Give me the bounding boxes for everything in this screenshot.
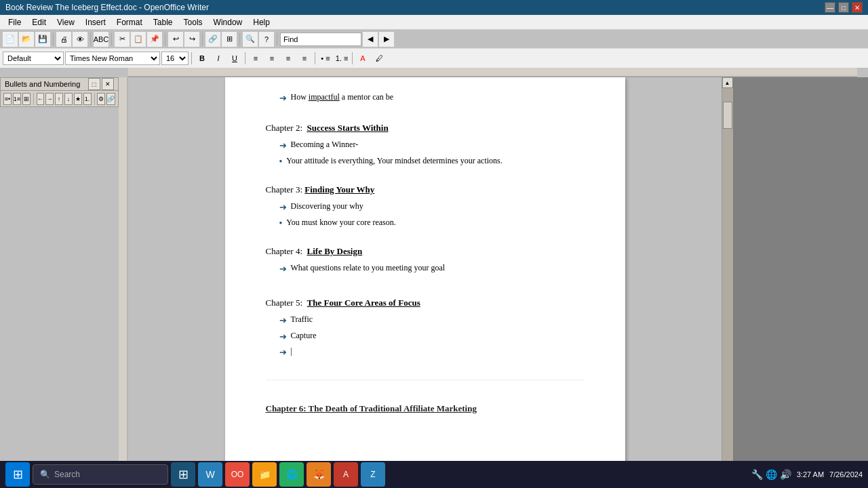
find-prev-button[interactable]: ◀: [363, 32, 378, 47]
print-button[interactable]: 🖨: [56, 32, 71, 47]
taskbar-app-zoom[interactable]: Z: [361, 462, 385, 487]
menu-edit[interactable]: Edit: [26, 16, 52, 28]
start-button[interactable]: ⊞: [5, 462, 30, 487]
vertical-ruler: [119, 77, 128, 485]
cut-button[interactable]: ✂: [115, 32, 130, 47]
new-button[interactable]: 📄: [3, 32, 18, 47]
menu-insert[interactable]: Insert: [80, 16, 111, 28]
hyperlink-button[interactable]: 🔗: [205, 32, 220, 47]
taskbar: ⊞ 🔍 Search ⊞ W OO 📁 🌐 🦊 A Z 🔧 🌐 🔊 3:27 A…: [0, 461, 868, 488]
bullet-icon-c3-2: ●: [279, 219, 283, 227]
sep-1: [53, 33, 54, 45]
zoom-out-button[interactable]: 🔍: [243, 32, 258, 47]
menu-window[interactable]: Window: [208, 16, 248, 28]
close-button[interactable]: ✕: [852, 2, 863, 13]
indent-more-button[interactable]: →: [45, 93, 54, 105]
redo-button[interactable]: ↪: [184, 32, 199, 47]
sep-5: [202, 33, 203, 45]
font-dropdown[interactable]: Times New Roman: [65, 52, 160, 65]
copy-button[interactable]: 📋: [131, 32, 146, 47]
indent-less-button[interactable]: ←: [37, 93, 45, 105]
scroll-track[interactable]: [722, 88, 733, 474]
bullets-button[interactable]: • ≡: [318, 51, 333, 66]
bullets-outline-button[interactable]: ⊞: [22, 93, 31, 105]
taskbar-app-ooo[interactable]: OO: [225, 462, 250, 487]
chapter-4-item-1: ➔ What questions relate to you meeting y…: [279, 262, 585, 276]
find-next-button[interactable]: ▶: [379, 32, 394, 47]
minimize-button[interactable]: —: [825, 2, 835, 13]
sep-p1: [33, 93, 34, 105]
size-dropdown[interactable]: 16: [161, 52, 189, 65]
style-dropdown[interactable]: Default: [3, 52, 64, 65]
ruler-v-top: [119, 68, 128, 77]
taskbar-app-files[interactable]: 📁: [252, 462, 277, 487]
help-button[interactable]: ?: [259, 32, 274, 47]
chapter-4-title: Life By Design: [307, 246, 363, 256]
taskbar-search-box[interactable]: 🔍 Search: [33, 464, 168, 485]
arrow-icon-c5-1: ➔: [279, 314, 287, 327]
align-right-button[interactable]: ≡: [281, 51, 296, 66]
list-link-button[interactable]: 🔗: [106, 93, 115, 105]
document-scroll-area[interactable]: ➔ How impactful a mentor can be Chapter …: [128, 77, 722, 485]
menu-table[interactable]: Table: [148, 16, 178, 28]
align-center-button[interactable]: ≡: [264, 51, 279, 66]
window-title: Book Review The Iceberg Effect.doc - Ope…: [5, 3, 209, 12]
chapter-5-title: The Four Core Areas of Focus: [307, 298, 420, 308]
chapter-4-block: Chapter 4: Life By Design ➔ What questio…: [266, 245, 585, 276]
arrow-icon-top: ➔: [279, 92, 287, 105]
menu-help[interactable]: Help: [248, 16, 275, 28]
menu-file[interactable]: File: [3, 16, 26, 28]
scroll-up-button[interactable]: ▲: [722, 77, 733, 88]
bullets-unordered-button[interactable]: ≡•: [3, 93, 12, 105]
tray-icon-1: 🔧: [751, 469, 763, 480]
highlight-button[interactable]: 🖊: [372, 51, 387, 66]
panel-toolbar: ≡• 1≡ ⊞ ← → ↑ ↓ ★ 1. ⚙ 🔗: [0, 91, 119, 107]
chapter-4-heading: Chapter 4: Life By Design: [266, 245, 585, 258]
align-left-button[interactable]: ≡: [248, 51, 263, 66]
sep-f1: [191, 52, 192, 64]
arrow-icon-c3-1: ➔: [279, 201, 287, 214]
bullet-icon-c2-2: ●: [279, 157, 283, 165]
taskbar-app-firefox[interactable]: 🦊: [307, 462, 331, 487]
panel-undock-button[interactable]: ⬚: [88, 78, 100, 90]
numbering-style-button[interactable]: 1.: [83, 93, 92, 105]
chapter-2-item-2-text: Your attitude is everything, Your mindse…: [286, 155, 502, 167]
arrow-icon-c4-1: ➔: [279, 262, 287, 276]
table-button[interactable]: ⊞: [222, 32, 237, 47]
chapter-5-item-3-text: |: [291, 345, 292, 357]
preview-button[interactable]: 👁: [73, 32, 87, 47]
open-button[interactable]: 📂: [19, 32, 34, 47]
maximize-button[interactable]: □: [838, 2, 849, 13]
chapter-3-block: Chapter 3: Finding Your Why ➔ Discoverin…: [266, 183, 585, 228]
bullet-style-button[interactable]: ★: [74, 93, 82, 105]
taskbar-app-chrome[interactable]: 🌐: [279, 462, 304, 487]
scroll-thumb[interactable]: [723, 102, 732, 129]
bullets-ordered-button[interactable]: 1≡: [13, 93, 21, 105]
taskbar-app-word[interactable]: W: [198, 462, 222, 487]
panel-close-button[interactable]: ✕: [102, 78, 114, 90]
top-item-text: How impactful a mentor can be: [291, 91, 394, 103]
underline-button[interactable]: U: [227, 51, 242, 66]
save-button[interactable]: 💾: [35, 32, 50, 47]
align-justify-button[interactable]: ≡: [297, 51, 312, 66]
undo-button[interactable]: ↩: [168, 32, 183, 47]
spellcheck-button[interactable]: ABC: [94, 32, 108, 47]
find-input[interactable]: [280, 33, 361, 46]
list-settings-button[interactable]: ⚙: [97, 93, 105, 105]
paste-button[interactable]: 📌: [147, 32, 162, 47]
move-up-button[interactable]: ↑: [55, 93, 63, 105]
taskbar-app-acrobat[interactable]: A: [334, 462, 358, 487]
numbering-button[interactable]: 1. ≡: [334, 51, 349, 66]
chapter-5-block: Chapter 5: The Four Core Areas of Focus …: [266, 296, 585, 359]
move-down-button[interactable]: ↓: [64, 93, 73, 105]
menu-format[interactable]: Format: [111, 16, 148, 28]
menu-tools[interactable]: Tools: [178, 16, 208, 28]
italic-button[interactable]: I: [211, 51, 226, 66]
menu-view[interactable]: View: [52, 16, 80, 28]
font-color-button[interactable]: A: [355, 51, 370, 66]
sep-4: [165, 33, 165, 45]
bold-button[interactable]: B: [195, 51, 210, 66]
chapter-5-item-2-text: Capture: [291, 329, 317, 342]
taskbar-app-explorer[interactable]: ⊞: [171, 462, 195, 487]
clock-time: 3:27 AM: [797, 470, 824, 479]
